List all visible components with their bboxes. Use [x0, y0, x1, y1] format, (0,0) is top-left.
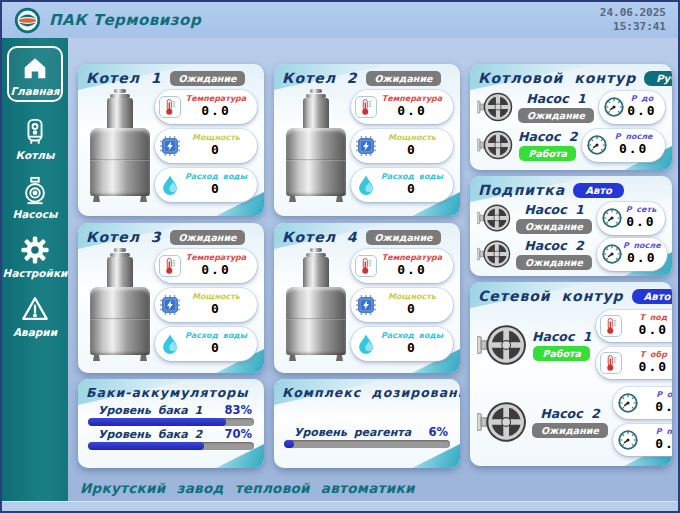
pump-icon[interactable] [477, 201, 511, 235]
water-flow-gauge: Расход воды0 [155, 168, 257, 202]
gauge-value: 0.0 [627, 251, 656, 265]
panel-boiler-2: Котел 2 Ожидание Температура0.0 Мощ [274, 64, 460, 216]
tank-level-bar [88, 442, 254, 450]
sidebar-item-label: Котлы [15, 149, 54, 161]
temperature-gauge: Температура0.0 [155, 90, 257, 124]
gauge-value: 0.0 [627, 104, 656, 118]
pump-icon[interactable] [477, 397, 527, 447]
tank-level-percent: 83% [224, 403, 252, 417]
panel-title: Баки-аккумуляторы [86, 385, 249, 400]
tank-level-label: Уровень бака 2 [98, 428, 202, 441]
gauge-value: 0 [407, 182, 417, 196]
panel-title: Подпитка [478, 182, 565, 198]
sidebar-item-home[interactable]: Главная [7, 46, 63, 102]
chip-icon [355, 294, 377, 316]
water-drop-icon [355, 174, 377, 196]
thermometer-icon [355, 255, 377, 277]
gauge-value: 0 [407, 302, 417, 316]
status-badge: Ожидание [366, 71, 442, 86]
panel-dosing: Комплекс дозирования Уровень реагента 6% [274, 379, 460, 468]
status-badge: Работа [519, 146, 575, 161]
pressure-gauge: P обр0.0 [613, 387, 672, 419]
panel-tanks: Баки-аккумуляторы Уровень бака 1 83% Уро… [78, 379, 264, 468]
pump-label: Насос 2 [524, 238, 583, 253]
tank-level-bar [88, 418, 254, 426]
power-gauge: Мощность0 [351, 288, 453, 322]
gauge-value: 0 [407, 341, 417, 355]
panel-title: Котел 4 [282, 229, 358, 245]
pump-icon[interactable] [477, 237, 511, 271]
boiler-icon [20, 117, 50, 147]
pump-label: Насос 1 [524, 202, 583, 217]
thermometer-icon [159, 255, 181, 277]
temperature-gauge: Температура0.0 [351, 90, 453, 124]
pressure-gauge: P до0.0 [599, 91, 665, 124]
temperature-gauge: Температура0.0 [155, 249, 257, 283]
gauge-value: 0.0 [639, 323, 668, 337]
company-name: Иркутский завод тепловой автоматики [80, 480, 415, 496]
pressure-gauge-icon [601, 243, 623, 265]
chip-icon [355, 135, 377, 157]
tank-level-label: Уровень бака 1 [98, 404, 202, 417]
pressure-gauge: P после0.0 [597, 238, 667, 271]
reagent-level-label: Уровень реагента [294, 426, 411, 439]
power-gauge: Мощность0 [351, 129, 453, 163]
boiler-graphic [85, 247, 155, 361]
pressure-gauge-icon [617, 392, 639, 414]
boiler-graphic [281, 88, 351, 202]
gauge-value: 0.0 [201, 263, 230, 277]
chip-icon [159, 135, 181, 157]
sidebar-item-alarms[interactable]: Аварии [13, 294, 57, 338]
main-area: Котел 1 Ожидание Температура0.0 Мощ [68, 38, 678, 501]
sidebar-item-pumps[interactable]: Насосы [12, 176, 57, 220]
panel-boiler-1: Котел 1 Ожидание Температура0.0 Мощ [78, 64, 264, 216]
pressure-gauge-icon [586, 134, 608, 156]
gauge-value: 0.0 [397, 104, 426, 118]
temperature-gauge: T обр0.0 [596, 347, 672, 379]
sidebar-item-label: Главная [10, 85, 59, 97]
gauge-value: 0.0 [397, 263, 426, 277]
pump-icon[interactable] [477, 320, 527, 370]
app-title: ПАК Термовизор [49, 11, 201, 29]
temperature-gauge: T под0.0 [596, 310, 672, 342]
pump-icon[interactable] [477, 127, 513, 163]
chip-icon [159, 294, 181, 316]
thermometer-icon [159, 96, 181, 118]
gauge-value: 0.0 [655, 400, 672, 414]
thermometer-icon [600, 352, 622, 374]
thermometer-icon [355, 96, 377, 118]
pressure-gauge: P сеть0.0 [597, 202, 665, 235]
pump-icon[interactable] [477, 89, 513, 125]
scada-window: ПАК Термовизор 24.06.2025 15:37:41 Главн… [0, 0, 680, 513]
gauge-value: 0.0 [655, 437, 672, 451]
status-badge: Ожидание [518, 108, 594, 123]
water-flow-gauge: Расход воды0 [351, 327, 453, 361]
thermovisor-logo-icon [14, 7, 41, 34]
panel-title: Котел 2 [282, 70, 358, 86]
gauge-value: 0 [211, 341, 221, 355]
pressure-gauge-icon [617, 429, 639, 451]
sidebar-item-label: Настройки [3, 267, 68, 279]
datetime: 24.06.2025 15:37:41 [600, 6, 668, 34]
bottom-strip [2, 501, 678, 511]
gauge-value: 0.0 [639, 360, 668, 374]
panel-title: Котел 1 [86, 70, 162, 86]
boiler-graphic [281, 247, 351, 361]
panel-boiler-3: Котел 3 Ожидание Температура0.0 Мощ [78, 223, 264, 373]
mode-badge[interactable]: Ручной [644, 71, 672, 86]
pressure-gauge-icon [601, 207, 623, 229]
thermometer-icon [600, 315, 622, 337]
panel-title: Сетевой контур [478, 288, 624, 304]
pump-label: Насос 2 [518, 129, 577, 144]
sidebar: Главная Котлы Насосы [2, 38, 68, 501]
pressure-gauge: P под0.0 [613, 424, 672, 456]
status-badge: Работа [533, 346, 589, 361]
sidebar-item-boilers[interactable]: Котлы [15, 117, 54, 161]
header: ПАК Термовизор 24.06.2025 15:37:41 [2, 2, 678, 38]
sidebar-item-settings[interactable]: Настройки [3, 235, 68, 279]
gear-icon [20, 235, 50, 265]
home-icon [20, 53, 50, 83]
gauge-value: 0 [211, 302, 221, 316]
mode-badge[interactable]: Авто [573, 183, 624, 198]
mode-badge[interactable]: Авто [632, 289, 672, 304]
